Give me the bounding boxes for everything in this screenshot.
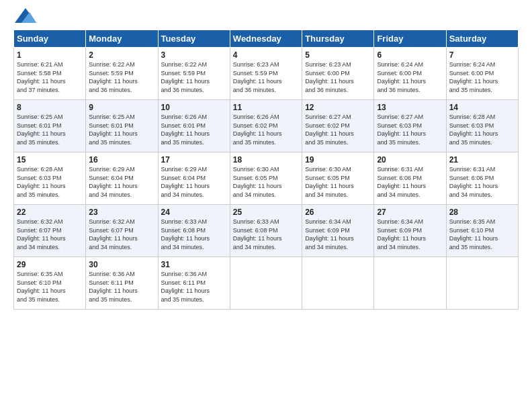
day-cell-27: 27Sunrise: 6:34 AM Sunset: 6:09 PM Dayli… — [374, 205, 446, 257]
day-number: 30 — [89, 260, 154, 269]
week-row-2: 8Sunrise: 6:25 AM Sunset: 6:01 PM Daylig… — [14, 100, 519, 152]
day-cell-20: 20Sunrise: 6:31 AM Sunset: 6:06 PM Dayli… — [374, 152, 446, 205]
day-number: 22 — [17, 208, 83, 217]
day-info: Sunrise: 6:28 AM Sunset: 6:03 PM Dayligh… — [449, 113, 515, 146]
day-number: 23 — [89, 208, 154, 217]
day-cell-11: 11Sunrise: 6:26 AM Sunset: 6:02 PM Dayli… — [230, 100, 302, 152]
day-info: Sunrise: 6:34 AM Sunset: 6:09 PM Dayligh… — [377, 218, 443, 251]
logo — [13, 12, 36, 23]
day-info: Sunrise: 6:29 AM Sunset: 6:04 PM Dayligh… — [161, 165, 227, 199]
weekday-header-row: SundayMondayTuesdayWednesdayThursdayFrid… — [14, 30, 519, 48]
day-cell-19: 19Sunrise: 6:30 AM Sunset: 6:05 PM Dayli… — [302, 152, 374, 205]
day-info: Sunrise: 6:36 AM Sunset: 6:11 PM Dayligh… — [161, 270, 227, 304]
day-cell-8: 8Sunrise: 6:25 AM Sunset: 6:01 PM Daylig… — [14, 100, 86, 152]
header — [13, 12, 519, 23]
day-cell-29: 29Sunrise: 6:35 AM Sunset: 6:10 PM Dayli… — [14, 257, 86, 310]
day-info: Sunrise: 6:31 AM Sunset: 6:06 PM Dayligh… — [449, 165, 515, 199]
day-info: Sunrise: 6:36 AM Sunset: 6:11 PM Dayligh… — [89, 270, 154, 304]
day-cell-13: 13Sunrise: 6:27 AM Sunset: 6:03 PM Dayli… — [374, 100, 446, 152]
day-number: 25 — [233, 208, 299, 217]
day-number: 27 — [377, 208, 443, 217]
weekday-header-wednesday: Wednesday — [230, 30, 302, 48]
day-number: 6 — [377, 50, 443, 60]
day-cell-1: 1Sunrise: 6:21 AM Sunset: 5:58 PM Daylig… — [14, 48, 86, 100]
day-info: Sunrise: 6:26 AM Sunset: 6:02 PM Dayligh… — [233, 113, 299, 146]
day-number: 18 — [233, 155, 299, 165]
day-number: 8 — [17, 103, 83, 112]
day-number: 2 — [89, 50, 154, 60]
day-number: 3 — [161, 50, 227, 60]
day-number: 31 — [161, 260, 227, 269]
day-cell-23: 23Sunrise: 6:32 AM Sunset: 6:07 PM Dayli… — [86, 205, 158, 257]
day-info: Sunrise: 6:25 AM Sunset: 6:01 PM Dayligh… — [17, 113, 83, 146]
day-info: Sunrise: 6:30 AM Sunset: 6:05 PM Dayligh… — [305, 165, 371, 199]
day-number: 16 — [89, 155, 154, 165]
weekday-header-tuesday: Tuesday — [158, 30, 230, 48]
day-info: Sunrise: 6:31 AM Sunset: 6:06 PM Dayligh… — [377, 165, 443, 199]
weekday-header-monday: Monday — [86, 30, 158, 48]
empty-cell — [374, 257, 446, 310]
empty-cell — [302, 257, 374, 310]
weekday-header-friday: Friday — [374, 30, 446, 48]
day-info: Sunrise: 6:27 AM Sunset: 6:03 PM Dayligh… — [377, 113, 443, 146]
weekday-header-thursday: Thursday — [302, 30, 374, 48]
day-cell-30: 30Sunrise: 6:36 AM Sunset: 6:11 PM Dayli… — [86, 257, 158, 310]
day-cell-9: 9Sunrise: 6:25 AM Sunset: 6:01 PM Daylig… — [86, 100, 158, 152]
day-cell-21: 21Sunrise: 6:31 AM Sunset: 6:06 PM Dayli… — [446, 152, 518, 205]
day-cell-25: 25Sunrise: 6:33 AM Sunset: 6:08 PM Dayli… — [230, 205, 302, 257]
day-cell-26: 26Sunrise: 6:34 AM Sunset: 6:09 PM Dayli… — [302, 205, 374, 257]
day-cell-12: 12Sunrise: 6:27 AM Sunset: 6:02 PM Dayli… — [302, 100, 374, 152]
day-info: Sunrise: 6:35 AM Sunset: 6:10 PM Dayligh… — [17, 270, 83, 304]
day-info: Sunrise: 6:29 AM Sunset: 6:04 PM Dayligh… — [89, 165, 154, 199]
day-number: 10 — [161, 103, 227, 112]
day-info: Sunrise: 6:22 AM Sunset: 5:59 PM Dayligh… — [89, 60, 154, 94]
week-row-4: 22Sunrise: 6:32 AM Sunset: 6:07 PM Dayli… — [14, 205, 519, 257]
day-info: Sunrise: 6:35 AM Sunset: 6:10 PM Dayligh… — [449, 218, 515, 251]
day-info: Sunrise: 6:32 AM Sunset: 6:07 PM Dayligh… — [17, 218, 83, 251]
day-number: 19 — [305, 155, 371, 165]
page: SundayMondayTuesdayWednesdayThursdayFrid… — [0, 0, 532, 411]
day-info: Sunrise: 6:34 AM Sunset: 6:09 PM Dayligh… — [305, 218, 371, 251]
day-number: 4 — [233, 50, 299, 60]
day-number: 13 — [377, 103, 443, 112]
day-cell-4: 4Sunrise: 6:23 AM Sunset: 5:59 PM Daylig… — [230, 48, 302, 100]
day-cell-24: 24Sunrise: 6:33 AM Sunset: 6:08 PM Dayli… — [158, 205, 230, 257]
day-cell-10: 10Sunrise: 6:26 AM Sunset: 6:01 PM Dayli… — [158, 100, 230, 152]
day-number: 28 — [449, 208, 515, 217]
day-info: Sunrise: 6:30 AM Sunset: 6:05 PM Dayligh… — [233, 165, 299, 199]
week-row-5: 29Sunrise: 6:35 AM Sunset: 6:10 PM Dayli… — [14, 257, 519, 310]
day-cell-16: 16Sunrise: 6:29 AM Sunset: 6:04 PM Dayli… — [86, 152, 158, 205]
day-number: 26 — [305, 208, 371, 217]
day-cell-31: 31Sunrise: 6:36 AM Sunset: 6:11 PM Dayli… — [158, 257, 230, 310]
day-cell-7: 7Sunrise: 6:24 AM Sunset: 6:00 PM Daylig… — [446, 48, 518, 100]
day-cell-17: 17Sunrise: 6:29 AM Sunset: 6:04 PM Dayli… — [158, 152, 230, 205]
day-cell-3: 3Sunrise: 6:22 AM Sunset: 5:59 PM Daylig… — [158, 48, 230, 100]
day-info: Sunrise: 6:33 AM Sunset: 6:08 PM Dayligh… — [233, 218, 299, 251]
day-number: 7 — [449, 50, 515, 60]
week-row-1: 1Sunrise: 6:21 AM Sunset: 5:58 PM Daylig… — [14, 48, 519, 100]
day-info: Sunrise: 6:26 AM Sunset: 6:01 PM Dayligh… — [161, 113, 227, 146]
day-info: Sunrise: 6:24 AM Sunset: 6:00 PM Dayligh… — [377, 60, 443, 94]
day-info: Sunrise: 6:32 AM Sunset: 6:07 PM Dayligh… — [89, 218, 154, 251]
calendar-table: SundayMondayTuesdayWednesdayThursdayFrid… — [13, 30, 519, 310]
day-number: 20 — [377, 155, 443, 165]
day-info: Sunrise: 6:25 AM Sunset: 6:01 PM Dayligh… — [89, 113, 154, 146]
day-number: 14 — [449, 103, 515, 112]
day-number: 12 — [305, 103, 371, 112]
day-cell-18: 18Sunrise: 6:30 AM Sunset: 6:05 PM Dayli… — [230, 152, 302, 205]
day-info: Sunrise: 6:27 AM Sunset: 6:02 PM Dayligh… — [305, 113, 371, 146]
day-number: 21 — [449, 155, 515, 165]
day-cell-5: 5Sunrise: 6:23 AM Sunset: 6:00 PM Daylig… — [302, 48, 374, 100]
day-info: Sunrise: 6:24 AM Sunset: 6:00 PM Dayligh… — [449, 60, 515, 94]
week-row-3: 15Sunrise: 6:28 AM Sunset: 6:03 PM Dayli… — [14, 152, 519, 205]
weekday-header-sunday: Sunday — [14, 30, 86, 48]
day-number: 24 — [161, 208, 227, 217]
day-cell-14: 14Sunrise: 6:28 AM Sunset: 6:03 PM Dayli… — [446, 100, 518, 152]
day-number: 11 — [233, 103, 299, 112]
empty-cell — [230, 257, 302, 310]
day-number: 9 — [89, 103, 154, 112]
day-info: Sunrise: 6:33 AM Sunset: 6:08 PM Dayligh… — [161, 218, 227, 251]
day-info: Sunrise: 6:23 AM Sunset: 5:59 PM Dayligh… — [233, 60, 299, 94]
day-number: 1 — [17, 50, 83, 60]
day-cell-2: 2Sunrise: 6:22 AM Sunset: 5:59 PM Daylig… — [86, 48, 158, 100]
